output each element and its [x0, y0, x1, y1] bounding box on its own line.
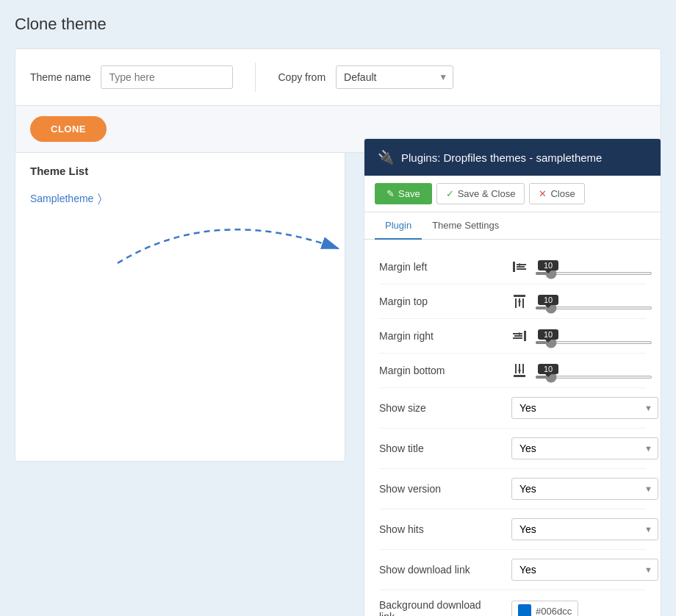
margin-right-icon [511, 329, 528, 343]
close-button[interactable]: ✕ Close [529, 183, 584, 204]
setting-show-download-link: Show download link Yes No ▼ [379, 550, 646, 590]
list-item[interactable]: Sampletheme 〉 [15, 185, 345, 212]
show-hits-select-wrapper: Yes No ▼ [511, 518, 658, 540]
plugin-header-title: Plugins: Dropfiles themes - sampletheme [401, 151, 602, 164]
plugin-header: 🔌 Plugins: Dropfiles themes - samplethem… [364, 139, 661, 176]
show-version-label: Show version [379, 483, 497, 495]
show-download-link-control: Yes No ▼ [511, 559, 658, 581]
show-hits-select[interactable]: Yes No [511, 518, 658, 540]
show-download-link-select[interactable]: Yes No [511, 559, 658, 581]
top-panel: Theme name Copy from Default ▼ [15, 49, 661, 106]
save-label: Save [398, 188, 420, 199]
theme-list-header: Theme List [15, 153, 345, 185]
setting-bg-download-link: Background download link #006dcc [379, 590, 646, 616]
setting-margin-right: Margin right 10 [379, 319, 646, 354]
check-icon: ✓ [446, 188, 454, 199]
left-panel: Theme List Sampletheme 〉 [15, 153, 345, 462]
show-download-link-label: Show download link [379, 564, 497, 576]
show-size-select[interactable]: Yes No [511, 397, 658, 419]
setting-margin-left: Margin left 10 [379, 250, 646, 284]
margin-left-slider[interactable] [535, 272, 652, 275]
theme-item-name: Sampletheme [30, 193, 93, 204]
copy-from-group: Copy from Default ▼ [278, 65, 453, 89]
show-download-link-select-wrapper: Yes No ▼ [511, 559, 658, 581]
show-title-select-wrapper: Yes No ▼ [511, 437, 658, 459]
show-version-select[interactable]: Yes No [511, 478, 658, 500]
margin-left-value: 10 [538, 260, 558, 271]
svg-marker-15 [519, 332, 522, 335]
margin-right-control: 10 [511, 328, 652, 344]
svg-marker-5 [517, 263, 520, 266]
show-hits-control: Yes No ▼ [511, 518, 658, 540]
close-label: Close [550, 188, 575, 199]
setting-show-size: Show size Yes No ▼ [379, 388, 646, 429]
svg-rect-16 [514, 375, 525, 377]
svg-rect-11 [524, 331, 526, 341]
margin-bottom-control: 10 [511, 362, 652, 379]
clone-button[interactable]: CLONE [30, 116, 107, 142]
svg-marker-10 [518, 298, 521, 302]
bg-color-box [518, 604, 531, 616]
bg-download-link-control: #006dcc [511, 601, 646, 616]
show-title-control: Yes No ▼ [511, 437, 658, 459]
plugin-tabs: Plugin Theme Settings [364, 212, 661, 240]
margin-bottom-slider-wrapper: 10 [535, 362, 652, 379]
settings-body: Margin left 10 [364, 240, 661, 616]
copy-from-select[interactable]: Default [336, 65, 453, 89]
save-icon: ✎ [386, 188, 395, 199]
setting-show-title: Show title Yes No ▼ [379, 429, 646, 469]
show-size-label: Show size [379, 402, 497, 414]
margin-left-label: Margin left [379, 261, 497, 273]
save-button[interactable]: ✎ Save [375, 183, 432, 204]
show-version-control: Yes No ▼ [511, 478, 658, 500]
main-content: Theme List Sampletheme 〉 🔌 Plugins: Drop… [15, 153, 661, 462]
plugin-toolbar: ✎ Save ✓ Save & Close ✕ Close [364, 176, 661, 212]
cursor-icon: 〉 [98, 192, 101, 205]
margin-top-slider-wrapper: 10 [535, 293, 652, 309]
margin-bottom-icon [511, 362, 528, 379]
theme-name-label: Theme name [30, 71, 90, 83]
show-hits-label: Show hits [379, 523, 497, 535]
margin-left-control: 10 [511, 259, 652, 275]
show-version-select-wrapper: Yes No ▼ [511, 478, 658, 500]
svg-rect-1 [513, 262, 515, 272]
margin-right-slider[interactable] [535, 341, 652, 344]
show-title-label: Show title [379, 443, 497, 454]
show-title-select[interactable]: Yes No [511, 437, 658, 459]
bg-color-value: #006dcc [536, 606, 572, 617]
save-close-label: Save & Close [458, 188, 516, 199]
tab-plugin[interactable]: Plugin [375, 212, 422, 240]
theme-name-input[interactable] [101, 65, 233, 89]
svg-marker-20 [518, 370, 521, 373]
margin-right-value: 10 [538, 329, 558, 340]
margin-left-slider-wrapper: 10 [535, 259, 652, 275]
margin-right-slider-wrapper: 10 [535, 328, 652, 344]
setting-margin-bottom: Margin bottom 10 [379, 354, 646, 388]
setting-show-hits: Show hits Yes No ▼ [379, 509, 646, 550]
margin-top-icon [511, 293, 528, 309]
divider [255, 62, 256, 92]
show-size-control: Yes No ▼ [511, 397, 658, 419]
theme-name-group: Theme name [30, 65, 233, 89]
bg-color-swatch[interactable]: #006dcc [511, 601, 578, 616]
svg-rect-6 [514, 295, 525, 297]
margin-top-control: 10 [511, 293, 652, 309]
margin-bottom-slider[interactable] [535, 376, 652, 379]
x-icon: ✕ [539, 188, 547, 199]
margin-bottom-label: Margin bottom [379, 365, 497, 376]
copy-from-label: Copy from [278, 71, 326, 83]
margin-top-value: 10 [538, 295, 558, 305]
bg-download-link-label: Background download link [379, 599, 497, 616]
tab-theme-settings[interactable]: Theme Settings [422, 212, 509, 240]
setting-show-version: Show version Yes No ▼ [379, 469, 646, 509]
show-size-select-wrapper: Yes No ▼ [511, 397, 658, 419]
margin-right-label: Margin right [379, 330, 497, 342]
margin-top-label: Margin top [379, 296, 497, 307]
right-panel: 🔌 Plugins: Dropfiles themes - samplethem… [364, 138, 661, 616]
save-close-button[interactable]: ✓ Save & Close [436, 183, 525, 204]
copy-from-select-wrapper: Default ▼ [336, 65, 453, 89]
page-title: Clone theme [15, 15, 661, 34]
margin-top-slider[interactable] [535, 307, 652, 309]
margin-left-icon [511, 259, 528, 274]
margin-bottom-value: 10 [538, 364, 558, 374]
